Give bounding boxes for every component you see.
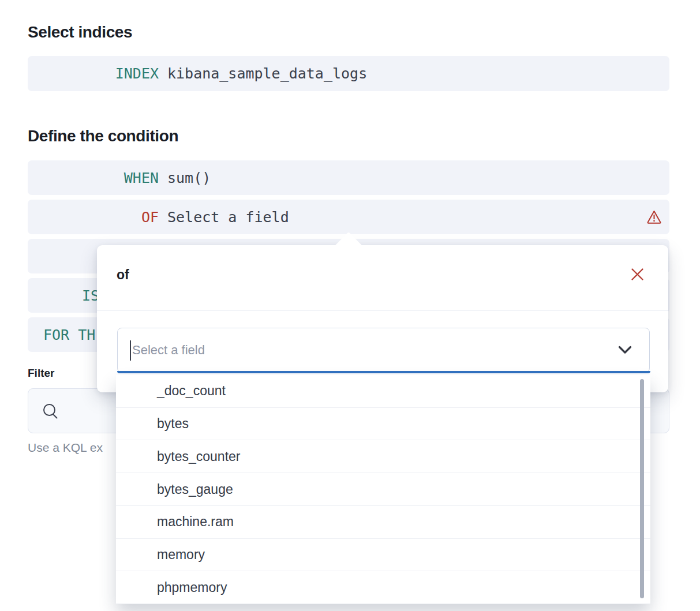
when-expression-button[interactable]: WHEN sum() [28, 160, 669, 195]
of-expression-button[interactable]: OF Select a field [28, 200, 669, 234]
scrollbar-thumb[interactable] [640, 379, 644, 598]
when-keyword: WHEN [28, 170, 159, 186]
field-options-listbox: _doc_count bytes bytes_counter bytes_gau… [116, 375, 650, 604]
field-option[interactable]: bytes_gauge [116, 473, 650, 506]
threshold-keyword: IS [28, 287, 99, 304]
index-value: kibana_sample_data_logs [167, 65, 367, 82]
field-option[interactable]: memory [116, 539, 650, 572]
combobox-focus-underline [117, 371, 650, 373]
index-keyword: INDEX [28, 65, 159, 82]
search-icon [42, 403, 60, 421]
warning-icon [646, 209, 662, 224]
when-value: sum() [167, 170, 211, 186]
field-option[interactable]: bytes [116, 408, 650, 441]
field-combobox[interactable]: Select a field [117, 328, 650, 373]
of-keyword: OF [28, 209, 159, 226]
popover-close-button[interactable] [628, 265, 646, 283]
chevron-down-icon[interactable] [618, 346, 632, 355]
popover-title: of [117, 267, 129, 283]
of-value: Select a field [167, 209, 289, 226]
popover-arrow [335, 232, 362, 260]
of-popover: of Select a field [97, 245, 668, 392]
define-condition-heading: Define the condition [28, 127, 178, 145]
select-indices-heading: Select indices [28, 23, 132, 42]
popover-divider [97, 310, 668, 310]
field-option[interactable]: machine.ram [116, 506, 650, 539]
text-cursor [130, 340, 131, 361]
field-option[interactable]: bytes_counter [116, 440, 650, 473]
time-window-keyword: FOR TH [28, 327, 95, 343]
field-option[interactable]: phpmemory [116, 571, 650, 604]
filter-label: Filter [28, 367, 54, 380]
close-icon [630, 267, 645, 282]
kql-hint-text: Use a KQL ex [28, 441, 103, 455]
field-combobox-placeholder: Select a field [132, 343, 205, 358]
index-expression-button[interactable]: INDEX kibana_sample_data_logs [28, 56, 669, 91]
field-option[interactable]: _doc_count [116, 375, 650, 408]
